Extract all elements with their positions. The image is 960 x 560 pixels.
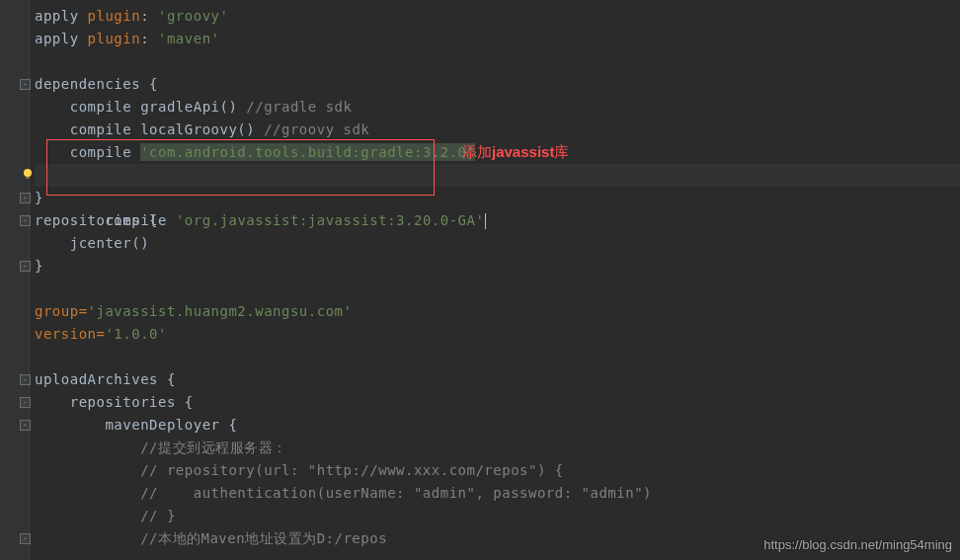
code-line[interactable]: // authentication(userName: "admin", pas…: [35, 482, 960, 505]
code-line[interactable]: compile gradleApi() //gradle sdk: [35, 96, 960, 119]
code-line[interactable]: - mavenDeployer {: [35, 414, 960, 437]
intention-bulb-icon[interactable]: [22, 168, 34, 180]
code-line[interactable]: group='javassist.huangm2.wangsu.com': [35, 300, 960, 323]
token-comment: // authentication(userName: "admin", pas…: [35, 485, 652, 501]
annotation-bold: javassist: [492, 143, 554, 160]
token-comment: //提交到远程服务器：: [35, 440, 287, 455]
token: compile gradleApi(): [35, 99, 246, 115]
code-line[interactable]: compile localGroovy() //groovy sdk: [35, 119, 960, 141]
fold-icon[interactable]: -: [20, 397, 31, 408]
code-line[interactable]: version='1.0.0': [35, 323, 960, 346]
code-line[interactable]: -uploadArchives {: [35, 368, 960, 391]
code-line[interactable]: -}: [35, 187, 960, 209]
code-line[interactable]: [35, 50, 960, 73]
code-line[interactable]: jcenter(): [35, 232, 960, 255]
code-line[interactable]: -}: [35, 255, 960, 278]
token: apply: [35, 8, 88, 24]
fold-icon[interactable]: -: [20, 261, 31, 272]
fold-icon[interactable]: -: [20, 420, 31, 431]
code-line[interactable]: apply plugin: 'maven': [35, 28, 960, 50]
token-comment: //gradle sdk: [246, 99, 352, 115]
token: }: [35, 258, 43, 274]
token-comment: //groovy sdk: [264, 121, 369, 137]
token-keyword: plugin: [88, 8, 141, 24]
token-string: 'groovy': [158, 8, 228, 24]
token: :: [140, 8, 158, 24]
code-line[interactable]: - repositories {: [35, 391, 960, 414]
token: apply: [35, 31, 88, 46]
code-editor[interactable]: apply plugin: 'groovy' apply plugin: 'ma…: [0, 0, 960, 550]
annotation-text: 添加: [462, 143, 492, 160]
token: compile: [35, 144, 140, 160]
code-line[interactable]: [35, 346, 960, 368]
code-line[interactable]: // }: [35, 505, 960, 527]
token-keyword: version=: [35, 326, 105, 342]
code-line[interactable]: [35, 278, 960, 300]
token: jcenter(): [35, 235, 149, 251]
token: repositories {: [35, 394, 194, 410]
token: compile localGroovy(): [35, 121, 264, 137]
token-comment: // repository(url: "http://www.xxx.com/r…: [35, 462, 564, 478]
fold-icon[interactable]: -: [20, 374, 31, 385]
fold-icon[interactable]: -: [20, 215, 31, 226]
svg-point-0: [24, 169, 32, 177]
fold-icon[interactable]: -: [20, 533, 31, 544]
code-line-active[interactable]: compile 'org.javassist:javassist:3.20.0-…: [35, 164, 960, 187]
token-string: 'maven': [158, 31, 220, 46]
code-line[interactable]: apply plugin: 'groovy': [35, 5, 960, 28]
annotation-label: 添加javassist库: [462, 143, 569, 162]
code-line[interactable]: -dependencies {: [35, 73, 960, 96]
fold-icon[interactable]: -: [20, 79, 31, 90]
token: }: [35, 190, 43, 205]
token: uploadArchives {: [35, 371, 176, 387]
token-keyword: plugin: [88, 31, 141, 46]
token-string: '1.0.0': [105, 326, 167, 342]
token: repositories {: [35, 212, 158, 228]
watermark: https://blog.csdn.net/ming54ming: [763, 537, 952, 552]
token: :: [140, 31, 158, 46]
token: dependencies {: [35, 76, 158, 92]
code-line[interactable]: //提交到远程服务器：: [35, 437, 960, 459]
token-string: 'com.android.tools.build:gradle:3.2.0': [140, 143, 475, 161]
code-line[interactable]: -repositories {: [35, 209, 960, 232]
annotation-text: 库: [554, 143, 569, 160]
fold-icon[interactable]: -: [20, 193, 31, 203]
token: mavenDeployer {: [35, 417, 237, 433]
token-comment: // }: [35, 508, 176, 523]
token-keyword: group=: [35, 303, 88, 319]
code-line[interactable]: // repository(url: "http://www.xxx.com/r…: [35, 459, 960, 482]
token-comment: //本地的Maven地址设置为D:/repos: [35, 530, 387, 546]
token-string: 'javassist.huangm2.wangsu.com': [88, 303, 353, 319]
